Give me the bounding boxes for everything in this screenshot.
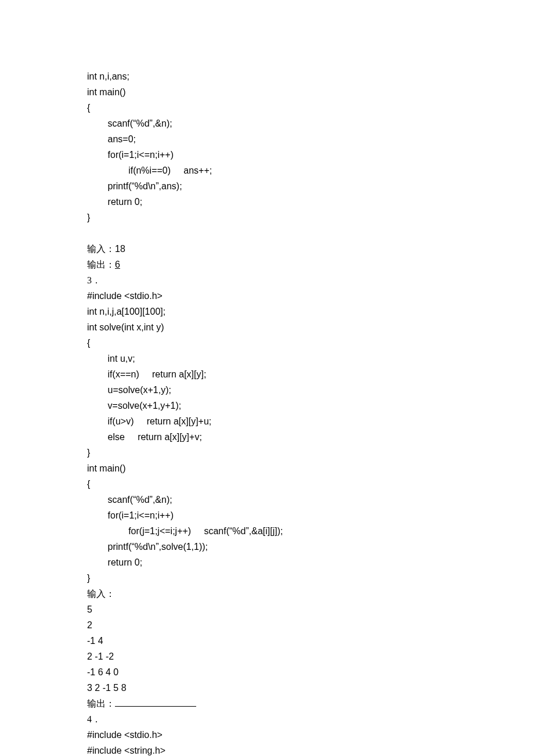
input-value: 18 [115, 244, 125, 254]
code-line: scanf(“%d”,&n); [87, 492, 447, 507]
code-line: #include <stdio.h> [87, 288, 447, 304]
code-line: } [87, 570, 447, 586]
code-line: { [87, 476, 447, 492]
output-line: 输出： [87, 696, 447, 711]
code-line: scanf(“%d”,&n); [87, 116, 447, 131]
input-data-line: -1 6 4 0 [87, 664, 447, 680]
code-line: int u,v; [87, 351, 447, 366]
code-line: { [87, 100, 447, 116]
input-data-line: 2 -1 -2 [87, 649, 447, 664]
code-line: ans=0; [87, 131, 447, 147]
code-line: u=solve(x+1,y); [87, 382, 447, 398]
code-line: printf(“%d\n”,ans); [87, 178, 447, 194]
code-line: printf(“%d\n”,solve(1,1)); [87, 539, 447, 555]
code-line: for(i=1;i<=n;i++) [87, 147, 447, 163]
code-line: int solve(int x,int y) [87, 319, 447, 335]
code-line: int n,i,ans; [87, 69, 447, 84]
code-line: #include <string.h> [87, 743, 447, 756]
input-data-line: 3 2 -1 5 8 [87, 680, 447, 696]
input-line: 输入：18 [87, 241, 447, 257]
output-label: 输出： [87, 699, 115, 708]
code-line: for(i=1;i<=n;i++) [87, 507, 447, 523]
code-line: #include <stdio.h> [87, 727, 447, 743]
code-line: return 0; [87, 555, 447, 570]
answer-blank [115, 698, 196, 707]
code-line: for(j=1;j<=i;j++) scanf(“%d”,&a[i][j]); [87, 523, 447, 539]
code-line: if(x==n) return a[x][y]; [87, 366, 447, 382]
code-line: if(n%i==0) ans++; [87, 163, 447, 178]
code-line: else return a[x][y]+v; [87, 429, 447, 445]
input-data-line: 5 [87, 602, 447, 617]
blank-line [87, 225, 447, 241]
input-label: 输入： [87, 244, 115, 254]
input-data-line: -1 4 [87, 633, 447, 649]
code-line: int n,i,j,a[100][100]; [87, 304, 447, 319]
code-line: int main() [87, 460, 447, 476]
input-data-line: 2 [87, 617, 447, 633]
code-line: return 0; [87, 194, 447, 210]
page-content: int n,i,ans; int main() { scanf(“%d”,&n)… [0, 0, 534, 756]
question-number: 3． [87, 272, 447, 288]
code-line: int main() [87, 84, 447, 100]
code-line: } [87, 445, 447, 460]
question-number: 4． [87, 711, 447, 727]
code-line: v=solve(x+1,y+1); [87, 398, 447, 413]
output-label: 输出： [87, 260, 115, 269]
code-line: if(u>v) return a[x][y]+u; [87, 413, 447, 429]
output-value: 6 [115, 260, 120, 269]
code-line: } [87, 210, 447, 225]
input-label: 输入： [87, 586, 447, 602]
output-line: 输出：6 [87, 257, 447, 272]
code-line: { [87, 335, 447, 351]
